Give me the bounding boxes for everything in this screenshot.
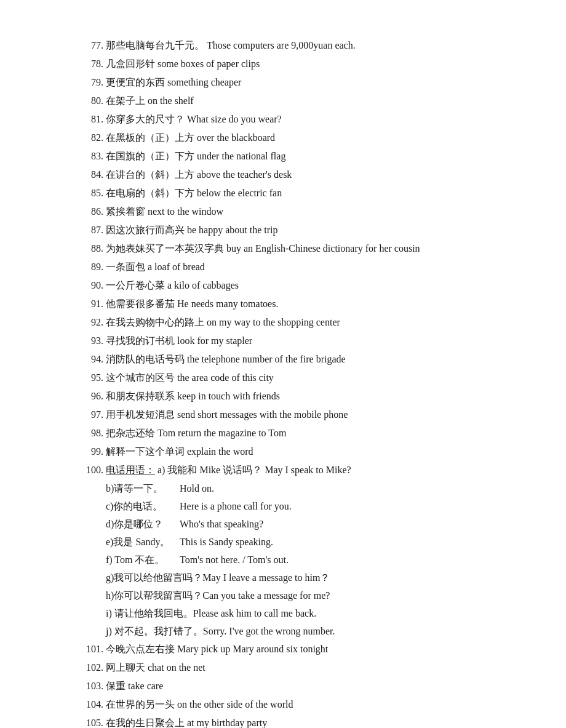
- item-chinese: 网上聊天: [106, 662, 145, 673]
- item-100-num: 100.: [80, 462, 103, 479]
- item-num: 104.: [80, 696, 103, 713]
- sub-item: e)我是 Sandy。 This is Sandy speaking.: [106, 534, 492, 551]
- item-english: be happy about the trip: [187, 225, 278, 235]
- item-body: 他需要很多番茄 He needs many tomatoes.: [106, 295, 492, 313]
- item-chinese: 在我去购物中心的路上: [106, 317, 204, 327]
- item-chinese: 保重: [106, 681, 126, 691]
- item-english: look for my stapler: [177, 335, 252, 346]
- item-num: 84.: [80, 166, 103, 183]
- sub-label: f) Tom 不在。: [106, 551, 180, 569]
- item-num: 97.: [80, 406, 103, 423]
- sub-item: b)请等一下。 Hold on.: [106, 480, 492, 497]
- item-num: 103.: [80, 678, 103, 695]
- item-body: 在我去购物中心的路上 on my way to the shopping cen…: [106, 314, 492, 331]
- sub-label: d)你是哪位？: [106, 516, 180, 533]
- item-body: 为她表妹买了一本英汉字典 buy an English-Chinese dict…: [106, 240, 492, 257]
- item-english: something cheaper: [167, 77, 241, 87]
- item-body: 在电扇的（斜）下方 below the electric fan: [106, 185, 492, 202]
- list-item: 93. 寻找我的订书机 look for my stapler: [80, 332, 492, 350]
- item-chinese: 几盒回形针: [106, 58, 155, 69]
- list-item: 98. 把杂志还给 Tom return the magazine to Tom: [80, 425, 492, 442]
- item-body: 解释一下这个单词 explain the word: [106, 443, 492, 460]
- item-num: 90.: [80, 277, 103, 294]
- list-item: 87. 因这次旅行而高兴 be happy about the trip: [80, 222, 492, 239]
- item-english: on the shelf: [148, 95, 194, 106]
- sub-translation: Sorry. I've got the wrong number.: [203, 623, 492, 640]
- sub-label: h)你可以帮我留言吗？: [106, 587, 202, 604]
- item-num: 77.: [80, 37, 103, 54]
- item-num: 81.: [80, 111, 103, 128]
- item-num: 102.: [80, 659, 103, 676]
- item-body: 在我的生日聚会上 at my birthday party: [106, 714, 492, 728]
- item-100-label: 电话用语：: [106, 465, 155, 475]
- item-english: pick up Mary around six tonight: [201, 644, 329, 654]
- vocabulary-list: 77. 那些电脑每台九千元。 Those computers are 9,000…: [80, 37, 492, 460]
- item-chinese: 因这次旅行而高兴: [106, 225, 185, 235]
- item-body: 紧挨着窗 next to the window: [106, 203, 492, 220]
- list-item: 105. 在我的生日聚会上 at my birthday party: [80, 714, 492, 728]
- item-body: 在国旗的（正）下方 under the national flag: [106, 148, 492, 165]
- item-english: under the national flag: [197, 151, 285, 161]
- item-body: 在架子上 on the shelf: [106, 92, 492, 110]
- item-body: 几盒回形针 some boxes of paper clips: [106, 55, 492, 73]
- list-item: 101. 今晚六点左右接 Mary pick up Mary around si…: [80, 641, 492, 658]
- item-chinese: 更便宜的东西: [106, 77, 165, 87]
- item-body: 消防队的电话号码 the telephone number of the fir…: [106, 351, 492, 368]
- item-body: 寻找我的订书机 look for my stapler: [106, 332, 492, 350]
- item-100-subitems: b)请等一下。 Hold on. c)你的电话。 Here is a phone…: [106, 480, 492, 640]
- list-item: 77. 那些电脑每台九千元。 Those computers are 9,000…: [80, 37, 492, 54]
- sub-item: g)我可以给他留言吗？ May I leave a message to him…: [106, 569, 492, 586]
- main-content: 77. 那些电脑每台九千元。 Those computers are 9,000…: [80, 37, 492, 728]
- item-english: return the magazine to Tom: [178, 428, 286, 438]
- sub-label: b)请等一下。: [106, 480, 180, 497]
- item-chinese: 把杂志还给 Tom: [106, 428, 175, 438]
- item-body: 在黑板的（正）上方 over the blackboard: [106, 129, 492, 146]
- sub-label: c)你的电话。: [106, 498, 180, 515]
- item-chinese: 用手机发短消息: [106, 409, 175, 420]
- item-body: 那些电脑每台九千元。 Those computers are 9,000yuan…: [106, 37, 492, 54]
- item-chinese: 紧挨着窗: [106, 206, 145, 217]
- item-num: 93.: [80, 332, 103, 350]
- item-english: What size do you wear?: [187, 114, 282, 124]
- list-item: 81. 你穿多大的尺寸？ What size do you wear?: [80, 111, 492, 128]
- list-item: 88. 为她表妹买了一本英汉字典 buy an English-Chinese …: [80, 240, 492, 257]
- item-num: 99.: [80, 443, 103, 460]
- item-100-a-english: May I speak to Mike?: [265, 465, 351, 475]
- item-num: 88.: [80, 240, 103, 257]
- list-item: 92. 在我去购物中心的路上 on my way to the shopping…: [80, 314, 492, 331]
- item-english: over the blackboard: [197, 132, 275, 143]
- item-num: 79.: [80, 74, 103, 91]
- item-chinese: 解释一下这个单词: [106, 446, 185, 457]
- list-item: 78. 几盒回形针 some boxes of paper clips: [80, 55, 492, 73]
- item-chinese: 寻找我的订书机: [106, 335, 175, 346]
- item-english: the telephone number of the fire brigade: [187, 354, 346, 364]
- item-chinese: 消防队的电话号码: [106, 354, 185, 364]
- item-english: He needs many tomatoes.: [177, 298, 278, 309]
- item-body: 用手机发短消息 send short messages with the mob…: [106, 406, 492, 423]
- list-item: 83. 在国旗的（正）下方 under the national flag: [80, 148, 492, 165]
- item-chinese: 在我的生日聚会上: [106, 718, 185, 728]
- sub-translation: Who's that speaking?: [180, 516, 492, 533]
- item-chinese: 在架子上: [106, 95, 145, 106]
- item-body: 把杂志还给 Tom return the magazine to Tom: [106, 425, 492, 442]
- item-english: chat on the net: [148, 662, 205, 673]
- item-english: Those computers are 9,000yuan each.: [207, 40, 356, 50]
- item-english: keep in touch with friends: [177, 391, 280, 401]
- item-body: 和朋友保持联系 keep in touch with friends: [106, 388, 492, 405]
- item-chinese: 那些电脑每台九千元。: [106, 40, 204, 50]
- item-english: explain the word: [187, 446, 253, 457]
- item-num: 89.: [80, 258, 103, 276]
- item-english: the area code of this city: [177, 372, 274, 383]
- item-english: above the teacher's desk: [197, 169, 292, 180]
- list-item: 84. 在讲台的（斜）上方 above the teacher's desk: [80, 166, 492, 183]
- item-num: 95.: [80, 369, 103, 386]
- list-item: 95. 这个城市的区号 the area code of this city: [80, 369, 492, 386]
- item-english: a loaf of bread: [148, 262, 205, 272]
- list-item: 90. 一公斤卷心菜 a kilo of cabbages: [80, 277, 492, 294]
- item-english: at my birthday party: [187, 718, 267, 728]
- item-english: below the electric fan: [197, 188, 282, 198]
- sub-label: j) 对不起。我打错了。: [106, 623, 203, 640]
- list-item: 91. 他需要很多番茄 He needs many tomatoes.: [80, 295, 492, 313]
- item-body: 一条面包 a loaf of bread: [106, 258, 492, 276]
- item-100: 100. 电话用语： a) 我能和 Mike 说话吗？ May I speak …: [80, 462, 492, 479]
